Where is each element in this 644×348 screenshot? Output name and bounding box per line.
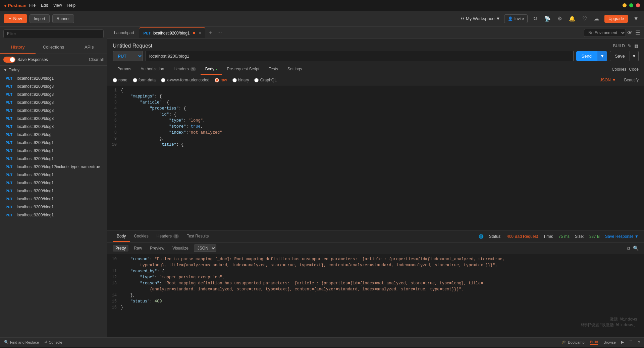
bootcamp-button[interactable]: 🎓 Bootcamp [562,340,585,345]
subtab-settings[interactable]: Settings [283,64,307,75]
body-type-form-data[interactable]: form-data [133,78,156,82]
body-type-binary[interactable]: binary [232,78,249,82]
save-response-button[interactable]: Save Response ▼ [605,234,639,239]
invite-button[interactable]: 👤 Invite [504,14,528,23]
sidebar-tab-apis[interactable]: APIs [71,41,107,54]
send-button[interactable]: Send [576,51,597,61]
resp-tab-cookies[interactable]: Cookies [130,231,152,242]
list-item[interactable]: PUT localhost:9200/blog1 [0,147,107,155]
response-body[interactable]: 10 "reason": "Failed to parse mapping [_… [107,254,644,337]
sidebar-tab-collections[interactable]: Collections [36,41,71,54]
runner-button[interactable]: Runner [52,14,74,23]
resp-tab-headers[interactable]: Headers 3 [153,231,183,242]
list-item[interactable]: PUT localhost:9200/blog1?include_type_na… [0,163,107,171]
menu-file[interactable]: File [29,3,36,8]
list-item[interactable]: PUT localhost:9200/blog3 [0,90,107,98]
subtab-body[interactable]: Body ● [201,64,222,75]
tab-active-request[interactable]: PUT localhost:9200/blog1 ✕ [139,27,205,38]
subtab-tests[interactable]: Tests [264,64,283,75]
save-arrow-button[interactable]: ▼ [630,51,639,61]
menu-edit[interactable]: Edit [41,3,48,8]
history-today-header[interactable]: ▼ Today [0,66,107,74]
upgrade-button[interactable]: Upgrade [604,15,628,23]
close-button[interactable] [636,3,640,7]
list-item[interactable]: PUT localhost:9200/blog3 [0,82,107,90]
save-button[interactable]: Save [610,51,630,61]
list-item[interactable]: PUT localhost:9200/blog1 [0,211,107,219]
fmt-visualize-button[interactable]: Visualize [170,245,191,252]
menu-view[interactable]: View [53,3,62,8]
code-editor[interactable]: 1 { 2 "mappings": { 3 "article": { 4 "pr… [107,85,644,230]
word-wrap-icon[interactable]: ≣ [620,245,624,252]
fmt-pretty-button[interactable]: Pretty [113,245,128,252]
settings-icon[interactable]: ⚙ [556,14,564,23]
search-response-button[interactable]: 🔍 [633,245,639,252]
help-bottom-icon[interactable]: ? [638,340,640,345]
workspace-selector[interactable]: ☷ My Workspace ▼ [461,16,500,21]
subtab-authorization[interactable]: Authorization [136,64,169,75]
body-type-none[interactable]: none [113,78,127,82]
minimize-button[interactable] [623,3,627,7]
resp-tab-body[interactable]: Body [113,231,130,242]
code-link[interactable]: Code [629,67,639,72]
notifications-icon[interactable]: 🔔 [568,14,577,23]
list-item[interactable]: PUT localhost:9200/blog1 [0,155,107,163]
subtab-params[interactable]: Params [113,64,136,75]
console-button[interactable]: ⏎ Console [44,340,62,344]
cookies-link[interactable]: Cookies [612,67,626,72]
list-item[interactable]: PUT localhost:9200/blog3 [0,123,107,131]
more-tabs-button[interactable]: ⋯ [215,30,224,36]
build-tab[interactable]: Build [590,340,598,345]
list-item[interactable]: PUT localhost:9200/blog3 [0,115,107,123]
method-select[interactable]: PUT GET POST DELETE PATCH [113,51,143,61]
sidebar-tab-history[interactable]: History [0,41,36,54]
search-input[interactable] [3,29,104,38]
save-responses-toggle[interactable] [3,57,15,63]
list-item[interactable]: PUT localhost:9200/blog1 [0,74,107,82]
heart-icon[interactable]: ♡ [581,14,588,23]
find-replace-button[interactable]: 🔍 Find and Replace [4,340,39,344]
env-settings-icon[interactable]: ☰ [634,28,641,37]
env-select[interactable]: No Environment [584,29,626,37]
import-button[interactable]: Import [30,14,50,23]
list-item[interactable]: PUT localhost:9200/blog [0,131,107,139]
env-eye-icon[interactable]: 👁 [626,28,634,37]
browse-tab[interactable]: Browse [603,340,616,345]
new-tab-button[interactable]: □ [77,15,87,23]
list-item[interactable]: PUT localhost:9200/blog1 [0,139,107,147]
list-item[interactable]: PUT localhost:9200/blog3 [0,98,107,107]
list-item[interactable]: PUT localhost:9200/blog1 [0,203,107,211]
list-item[interactable]: PUT localhost:9200/blog1 [0,179,107,187]
sync-button[interactable]: ↻ [532,14,539,23]
list-item[interactable]: PUT localhost:9200/blog1 [0,187,107,195]
send-arrow-button[interactable]: ▼ [597,51,607,61]
list-item[interactable]: PUT localhost:9200/blog1 [0,171,107,179]
body-type-urlencoded[interactable]: x-www-form-urlencoded [161,78,209,82]
add-tab-button[interactable]: + [207,30,214,36]
beautify-button[interactable]: Beautify [624,78,639,82]
cloud-icon[interactable]: ☁ [592,14,600,23]
layout-icon[interactable]: ▦ [634,43,639,49]
clear-all-button[interactable]: Clear all [89,57,104,62]
upgrade-arrow-icon[interactable]: ▼ [632,14,640,23]
edit-icon[interactable]: ✎ [628,43,632,49]
list-item[interactable]: PUT localhost:9200/blog3 [0,107,107,115]
fmt-preview-button[interactable]: Preview [147,245,167,252]
subtab-prerequest[interactable]: Pre-request Script [222,64,264,75]
body-type-graphql[interactable]: GraphQL [254,78,276,82]
tab-launchpad[interactable]: Launchpad [110,27,138,38]
list-item[interactable]: PUT localhost:9200/blog1 [0,195,107,203]
url-input[interactable] [146,51,574,61]
tab-close-icon[interactable]: ✕ [199,31,201,35]
response-format-select[interactable]: JSON [194,245,216,252]
maximize-button[interactable] [629,3,633,7]
grid-bottom-icon[interactable]: ☷ [629,340,633,345]
copy-response-button[interactable]: ⧉ [627,245,630,252]
json-format-selector[interactable]: JSON ▼ [600,78,616,82]
fmt-raw-button[interactable]: Raw [131,245,145,252]
resp-tab-test-results[interactable]: Test Results [183,231,213,242]
new-button[interactable]: + New [4,14,27,23]
menu-help[interactable]: Help [67,3,76,8]
runner-bottom-icon[interactable]: ▶ [621,340,624,345]
subtab-headers[interactable]: Headers 9 [169,64,200,75]
